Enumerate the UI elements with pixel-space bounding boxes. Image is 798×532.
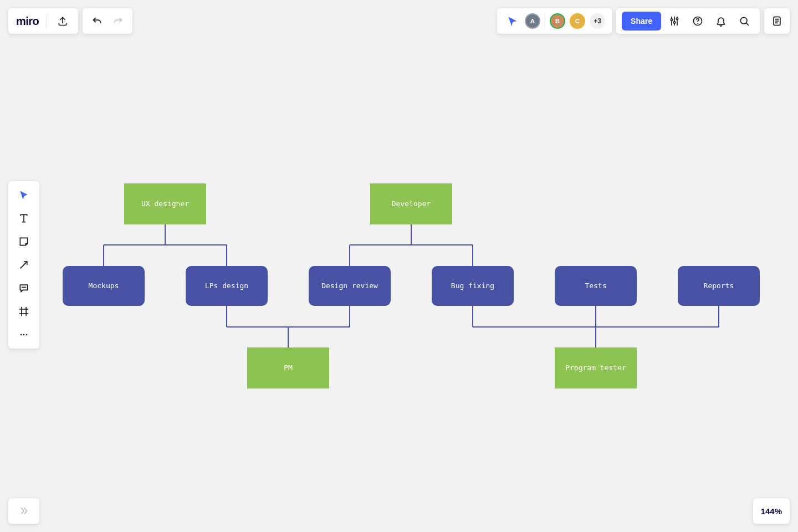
board-header-panel: miro	[8, 8, 78, 34]
node-task-tests[interactable]: Tests	[555, 266, 637, 306]
settings-icon[interactable]	[664, 11, 684, 31]
node-role-tester[interactable]: Program tester	[555, 347, 637, 388]
more-tools-icon[interactable]	[14, 326, 34, 343]
svg-point-7	[21, 334, 22, 336]
svg-point-9	[26, 334, 28, 336]
help-icon[interactable]	[688, 11, 708, 31]
frame-tool-icon[interactable]	[14, 303, 34, 320]
collaborators-panel: A B C +3	[497, 8, 612, 34]
node-role-ux[interactable]: UX designer	[124, 183, 206, 224]
svg-point-4	[697, 23, 698, 24]
expand-toolbar-button[interactable]	[8, 498, 39, 524]
node-label: LPs design	[205, 281, 248, 291]
more-collaborators-pill[interactable]: +3	[590, 13, 605, 29]
zoom-level: 144%	[761, 507, 782, 516]
canvas[interactable]: UX designer Developer PM Program tester …	[0, 0, 798, 532]
presentation-icon[interactable]	[505, 13, 520, 29]
node-label: Bug fixing	[451, 281, 494, 291]
notes-panel-button[interactable]	[764, 8, 790, 34]
node-label: PM	[284, 363, 293, 373]
avatar-initial: A	[530, 18, 535, 24]
avatar-initial: B	[555, 18, 560, 24]
svg-point-8	[23, 334, 25, 336]
node-label: Design review	[321, 281, 378, 291]
select-tool-icon[interactable]	[14, 187, 34, 203]
node-label: Tests	[585, 281, 606, 291]
app-logo[interactable]: miro	[16, 15, 39, 28]
node-label: Mockups	[89, 281, 119, 291]
avatar[interactable]: C	[570, 13, 585, 29]
undo-redo-panel	[83, 8, 132, 34]
svg-point-0	[671, 19, 672, 21]
svg-point-5	[740, 17, 747, 24]
avatar[interactable]: B	[550, 13, 565, 29]
node-task-reports[interactable]: Reports	[678, 266, 760, 306]
avatar[interactable]: A	[525, 13, 540, 29]
node-task-review[interactable]: Design review	[309, 266, 391, 306]
node-task-bugfix[interactable]: Bug fixing	[432, 266, 514, 306]
node-role-dev[interactable]: Developer	[370, 183, 452, 224]
svg-point-2	[676, 18, 678, 19]
sticky-note-tool-icon[interactable]	[14, 233, 34, 250]
divider	[545, 14, 545, 28]
svg-point-1	[673, 22, 675, 23]
undo-icon[interactable]	[89, 13, 105, 29]
zoom-indicator[interactable]: 144%	[753, 498, 790, 524]
arrow-tool-icon[interactable]	[14, 257, 34, 273]
share-button[interactable]: Share	[622, 12, 661, 30]
node-task-mockups[interactable]: Mockups	[63, 266, 145, 306]
export-icon[interactable]	[55, 13, 70, 29]
text-tool-icon[interactable]	[14, 210, 34, 227]
node-role-pm[interactable]: PM	[247, 347, 329, 388]
more-count: +3	[594, 17, 601, 25]
top-actions-panel: Share	[616, 8, 760, 34]
avatar-initial: C	[575, 18, 580, 24]
redo-icon[interactable]	[110, 13, 126, 29]
node-label: Developer	[392, 199, 431, 209]
bell-icon[interactable]	[711, 11, 731, 31]
node-label: UX designer	[141, 199, 189, 209]
node-label: Program tester	[565, 363, 626, 373]
search-icon[interactable]	[734, 11, 754, 31]
node-task-lps[interactable]: LPs design	[186, 266, 268, 306]
comment-tool-icon[interactable]	[14, 280, 34, 296]
divider	[47, 14, 47, 28]
node-label: Reports	[704, 281, 734, 291]
side-toolbar	[8, 181, 39, 349]
